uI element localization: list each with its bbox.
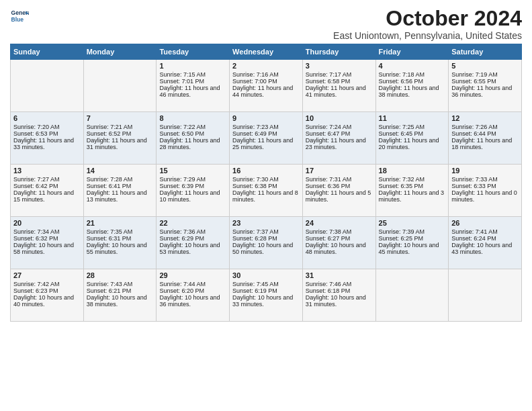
day-number: 8 (159, 114, 226, 122)
day-content: Daylight: 11 hours and 10 minutes. (159, 189, 226, 203)
day-content: Daylight: 11 hours and 0 minutes. (451, 189, 519, 203)
day-number: 22 (159, 219, 226, 227)
day-number: 15 (159, 167, 226, 175)
weekday-header: Tuesday (157, 44, 230, 60)
calendar-cell: 21Sunrise: 7:35 AMSunset: 6:31 PMDayligh… (83, 217, 157, 269)
day-content: Sunset: 6:19 PM (232, 287, 300, 294)
day-content: Sunset: 6:45 PM (379, 130, 446, 137)
calendar-cell: 19Sunrise: 7:33 AMSunset: 6:33 PMDayligh… (449, 165, 522, 217)
day-content: Sunset: 6:24 PM (451, 235, 519, 242)
day-content: Sunrise: 7:42 AM (13, 281, 81, 287)
calendar-cell: 20Sunrise: 7:34 AMSunset: 6:32 PMDayligh… (11, 217, 84, 269)
day-number: 21 (87, 219, 154, 227)
day-number: 2 (232, 62, 300, 70)
day-number: 29 (159, 271, 226, 279)
day-content: Sunrise: 7:32 AM (379, 176, 446, 183)
day-content: Sunset: 6:47 PM (306, 130, 373, 137)
day-number: 19 (451, 167, 519, 175)
day-content: Sunrise: 7:43 AM (87, 281, 154, 287)
page-container: General Blue October 2024 East Uniontown… (0, 0, 532, 325)
day-content: Daylight: 11 hours and 15 minutes. (13, 189, 81, 203)
calendar-cell (83, 60, 157, 112)
day-number: 13 (13, 167, 81, 175)
calendar-cell: 15Sunrise: 7:29 AMSunset: 6:39 PMDayligh… (157, 165, 230, 217)
day-content: Sunrise: 7:41 AM (451, 228, 519, 235)
day-number: 17 (306, 167, 373, 175)
day-number: 7 (87, 114, 154, 122)
day-content: Sunset: 6:53 PM (13, 130, 81, 137)
day-content: Sunrise: 7:27 AM (13, 176, 81, 183)
day-content: Sunrise: 7:46 AM (306, 281, 373, 287)
day-content: Sunrise: 7:35 AM (87, 228, 154, 235)
day-content: Sunrise: 7:34 AM (13, 228, 81, 235)
day-content: Daylight: 11 hours and 44 minutes. (232, 85, 300, 98)
logo: General Blue (10, 7, 29, 26)
day-content: Sunset: 6:33 PM (451, 183, 519, 189)
weekday-header: Friday (375, 44, 449, 60)
day-content: Sunrise: 7:44 AM (159, 281, 226, 287)
calendar-cell: 5Sunrise: 7:19 AMSunset: 6:55 PMDaylight… (449, 60, 522, 112)
day-content: Sunrise: 7:16 AM (232, 71, 300, 78)
day-content: Sunset: 6:18 PM (306, 287, 373, 294)
day-content: Sunset: 7:01 PM (159, 78, 226, 85)
day-content: Sunrise: 7:22 AM (159, 124, 226, 130)
day-content: Sunrise: 7:24 AM (306, 124, 373, 130)
weekday-header: Wednesday (230, 44, 303, 60)
day-content: Daylight: 10 hours and 40 minutes. (13, 294, 81, 308)
day-content: Daylight: 11 hours and 38 minutes. (379, 85, 446, 98)
day-content: Sunset: 6:56 PM (379, 78, 446, 85)
day-number: 12 (451, 114, 519, 122)
day-number: 4 (379, 62, 446, 70)
calendar-cell: 6Sunrise: 7:20 AMSunset: 6:53 PMDaylight… (11, 112, 84, 165)
weekday-header: Sunday (11, 44, 84, 60)
calendar-cell (11, 60, 84, 112)
day-number: 31 (306, 271, 373, 279)
calendar-cell: 2Sunrise: 7:16 AMSunset: 7:00 PMDaylight… (230, 60, 303, 112)
calendar-cell: 18Sunrise: 7:32 AMSunset: 6:35 PMDayligh… (375, 165, 449, 217)
day-number: 23 (232, 219, 300, 227)
day-content: Sunset: 6:49 PM (232, 130, 300, 137)
day-content: Sunrise: 7:15 AM (159, 71, 226, 78)
day-content: Sunset: 6:27 PM (306, 235, 373, 242)
calendar-cell: 1Sunrise: 7:15 AMSunset: 7:01 PMDaylight… (157, 60, 230, 112)
day-content: Sunrise: 7:26 AM (451, 124, 519, 130)
calendar-cell: 24Sunrise: 7:38 AMSunset: 6:27 PMDayligh… (302, 217, 375, 269)
calendar-cell: 25Sunrise: 7:39 AMSunset: 6:25 PMDayligh… (375, 217, 449, 269)
calendar-cell: 11Sunrise: 7:25 AMSunset: 6:45 PMDayligh… (375, 112, 449, 165)
calendar-week-row: 20Sunrise: 7:34 AMSunset: 6:32 PMDayligh… (11, 217, 522, 269)
day-number: 26 (451, 219, 519, 227)
day-content: Sunrise: 7:38 AM (306, 228, 373, 235)
day-number: 1 (159, 62, 226, 70)
location-title: East Uniontown, Pennsylvania, United Sta… (333, 30, 522, 41)
day-content: Sunset: 6:58 PM (306, 78, 373, 85)
day-content: Sunrise: 7:25 AM (379, 124, 446, 130)
day-content: Sunset: 6:39 PM (159, 183, 226, 189)
day-content: Daylight: 11 hours and 36 minutes. (451, 85, 519, 98)
day-content: Sunrise: 7:21 AM (87, 124, 154, 130)
day-number: 5 (451, 62, 519, 70)
day-content: Sunset: 6:50 PM (159, 130, 226, 137)
day-content: Daylight: 11 hours and 25 minutes. (232, 137, 300, 150)
day-number: 6 (13, 114, 81, 122)
day-content: Sunset: 6:25 PM (379, 235, 446, 242)
day-content: Daylight: 11 hours and 28 minutes. (159, 137, 226, 150)
day-content: Sunset: 6:44 PM (451, 130, 519, 137)
day-content: Daylight: 11 hours and 41 minutes. (306, 85, 373, 98)
day-content: Daylight: 11 hours and 46 minutes. (159, 85, 226, 98)
day-number: 14 (87, 167, 154, 175)
day-content: Sunset: 7:00 PM (232, 78, 300, 85)
calendar-cell (375, 269, 449, 322)
day-content: Daylight: 11 hours and 20 minutes. (379, 137, 446, 150)
day-content: Sunset: 6:38 PM (232, 183, 300, 189)
day-content: Sunrise: 7:19 AM (451, 71, 519, 78)
calendar-cell: 8Sunrise: 7:22 AMSunset: 6:50 PMDaylight… (157, 112, 230, 165)
day-content: Sunset: 6:21 PM (87, 287, 154, 294)
day-content: Sunrise: 7:39 AM (379, 228, 446, 235)
day-content: Sunrise: 7:45 AM (232, 281, 300, 287)
calendar-table: SundayMondayTuesdayWednesdayThursdayFrid… (10, 44, 522, 322)
day-content: Daylight: 11 hours and 3 minutes. (379, 189, 446, 203)
weekday-header: Monday (83, 44, 157, 60)
calendar-cell: 28Sunrise: 7:43 AMSunset: 6:21 PMDayligh… (83, 269, 157, 322)
calendar-cell: 29Sunrise: 7:44 AMSunset: 6:20 PMDayligh… (157, 269, 230, 322)
day-content: Daylight: 11 hours and 31 minutes. (87, 137, 154, 150)
